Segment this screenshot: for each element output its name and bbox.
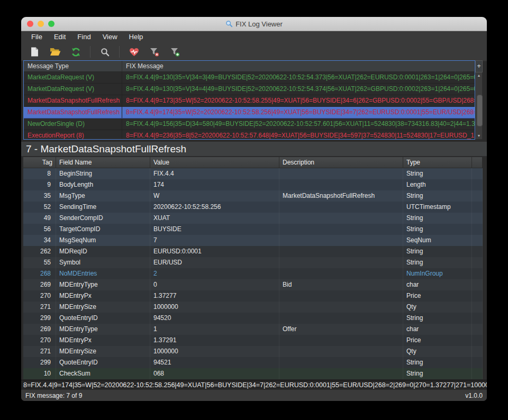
log-table-row[interactable]: ExecutionReport (8) 8=FIX.4.4|9=236|35=8… — [24, 130, 475, 140]
status-message-count: FIX message: 7 of 9 — [25, 392, 82, 399]
column-header-value[interactable]: Value — [150, 157, 279, 168]
log-row-fix-message: 8=FIX.4.4|9=173|35=W|52=20200622-10:52:5… — [122, 95, 475, 106]
detail-table-row[interactable]: 299 QuoteEntryID 94521 String — [23, 357, 483, 368]
detail-table-row[interactable]: 299 QuoteEntryID 94520 String — [23, 313, 483, 324]
cell-tag: 269 — [23, 279, 56, 290]
cell-value: BUYSIDE — [150, 224, 279, 235]
log-row-message-type: MarketDataRequest (V) — [24, 84, 122, 95]
cell-tag: 56 — [23, 224, 56, 235]
fix-log-table: Message Type FIX Message MarketDataReque… — [23, 60, 483, 140]
detail-table-row[interactable]: 270 MDEntryPx 1.37291 Price — [23, 335, 483, 346]
cell-tag: 299 — [23, 357, 56, 368]
close-button[interactable] — [27, 21, 33, 27]
cell-tag: 268 — [23, 268, 56, 279]
detail-table-row[interactable]: 55 Symbol EUR/USD String — [23, 257, 483, 268]
filter-remove-button[interactable] — [148, 45, 161, 58]
detail-table-row[interactable]: 270 MDEntryPx 1.37277 Price — [23, 290, 483, 302]
cell-type: String — [403, 357, 472, 368]
cell-type: UTCTimestamp — [403, 202, 472, 213]
detail-table-row[interactable]: 35 MsgType W MarketDataSnapshotFullRefre… — [23, 190, 483, 202]
cell-type: String — [403, 246, 472, 257]
cell-type: String — [403, 257, 472, 268]
cell-field: TargetCompID — [56, 224, 150, 235]
cell-field: QuoteEntryID — [56, 357, 150, 368]
cell-spacer — [472, 168, 483, 179]
detail-table-row[interactable]: 262 MDReqID EURUSD:0:0001 String — [23, 246, 483, 257]
detail-table-row[interactable]: 52 SendingTime 20200622-10:52:58.256 UTC… — [23, 202, 483, 213]
maximize-button[interactable] — [48, 21, 55, 27]
detail-table-row[interactable]: 269 MDEntryType 0 Bid char — [23, 279, 483, 290]
heartbeat-icon — [129, 48, 139, 57]
filter-add-button[interactable] — [169, 45, 182, 58]
log-table-row[interactable]: MarketDataRequest (V) 8=FIX.4.4|9=130|35… — [24, 84, 475, 95]
cell-value: W — [150, 190, 279, 202]
cell-value: 7 — [150, 235, 279, 246]
cell-spacer — [472, 346, 483, 357]
minimize-button[interactable] — [38, 21, 44, 27]
column-header-fix-message[interactable]: FIX Message — [122, 61, 475, 71]
detail-pane-title: 7 - MarketDataSnapshotFullRefresh — [21, 142, 487, 157]
menu-item-find[interactable]: Find — [71, 31, 96, 43]
detail-table-row[interactable]: 271 MDEntrySize 1000000 Qty — [23, 346, 483, 357]
detail-table-row[interactable]: 34 MsgSeqNum 7 SeqNum — [23, 235, 483, 246]
cell-spacer — [472, 324, 483, 335]
detail-table-row[interactable]: 8 BeginString FIX.4.4 String — [23, 168, 483, 179]
vertical-scrollbar[interactable]: ▲ ▼ — [475, 72, 483, 140]
cell-description — [279, 335, 403, 346]
cell-value: 20200622-10:52:58.256 — [150, 202, 279, 213]
cell-tag: 270 — [23, 335, 56, 346]
scroll-down-icon[interactable]: ▼ — [476, 133, 482, 139]
log-row-message-type: MarketDataRequest (V) — [24, 72, 122, 83]
refresh-button[interactable] — [69, 45, 82, 58]
menu-bar: File Edit Find View Help — [21, 31, 487, 43]
cell-field: BeginString — [56, 168, 150, 179]
menu-item-view[interactable]: View — [97, 31, 123, 43]
cell-tag: 262 — [23, 246, 56, 257]
column-header-message-type[interactable]: Message Type — [24, 61, 122, 71]
cell-description — [279, 313, 403, 324]
scroll-up-icon[interactable]: ▲ — [476, 72, 482, 79]
column-header-type[interactable]: Type — [403, 157, 472, 168]
cell-tag: 269 — [23, 324, 56, 335]
cell-description — [279, 202, 403, 213]
cell-spacer — [472, 279, 483, 290]
log-table-row[interactable]: MarketDataRequest (V) 8=FIX.4.4|9=130|35… — [24, 72, 475, 84]
cell-value: FIX.4.4 — [150, 168, 279, 179]
open-file-button[interactable] — [49, 45, 61, 58]
cell-value: 1.37277 — [150, 290, 279, 302]
cell-field: SenderCompID — [56, 213, 150, 224]
new-file-button[interactable] — [28, 45, 41, 58]
menu-item-help[interactable]: Help — [123, 31, 149, 43]
cell-description — [279, 302, 403, 313]
cell-type: String — [403, 368, 472, 379]
column-header-tag[interactable]: Tag — [23, 157, 56, 168]
cell-value: 1.37291 — [150, 335, 279, 346]
detail-table-row[interactable]: 9 BodyLength 174 Length — [23, 179, 483, 190]
log-table-row[interactable]: MarketDataSnapshotFullRefresh (W) 8=FIX.… — [24, 95, 475, 107]
heartbeat-filter-button[interactable] — [128, 45, 140, 58]
cell-value: 94521 — [150, 357, 279, 368]
log-row-fix-message: 8=FIX.4.4|9=130|35=V|34=4|49=BUYSIDE|52=… — [122, 84, 475, 95]
cell-spacer — [472, 268, 483, 279]
cell-value: 1 — [150, 324, 279, 335]
log-table-row[interactable]: MarketDataSnapshotFullRefresh (W) 8=FIX.… — [24, 107, 475, 118]
menu-item-edit[interactable]: Edit — [48, 31, 71, 43]
detail-table-row[interactable]: 268 NoMDEntries 2 NumInGroup — [23, 268, 483, 279]
scrollbar-thumb[interactable] — [477, 95, 483, 126]
column-header-field-name[interactable]: Field Name — [56, 157, 150, 168]
log-table-row[interactable]: NewOrderSingle (D) 8=FIX.4.4|9=156|35=D|… — [24, 118, 475, 130]
cell-tag: 271 — [23, 302, 56, 313]
cell-tag: 10 — [23, 368, 56, 379]
detail-table-row[interactable]: 10 CheckSum 068 String — [23, 368, 483, 379]
detail-table-row[interactable]: 271 MDEntrySize 1000000 Qty — [23, 302, 483, 313]
menu-item-file[interactable]: File — [25, 31, 48, 43]
cell-spacer — [472, 357, 483, 368]
column-header-description[interactable]: Description — [279, 157, 403, 168]
detail-table-row[interactable]: 56 TargetCompID BUYSIDE String — [23, 224, 483, 235]
search-button[interactable] — [98, 45, 111, 58]
cell-field: MDEntryPx — [56, 290, 150, 302]
detail-table-row[interactable]: 49 SenderCompID XUAT String — [23, 213, 483, 224]
add-column-button[interactable]: + — [475, 60, 483, 72]
fix-log-table-main: Message Type FIX Message MarketDataReque… — [23, 60, 475, 140]
detail-table-row[interactable]: 269 MDEntryType 1 Offer char — [23, 324, 483, 335]
